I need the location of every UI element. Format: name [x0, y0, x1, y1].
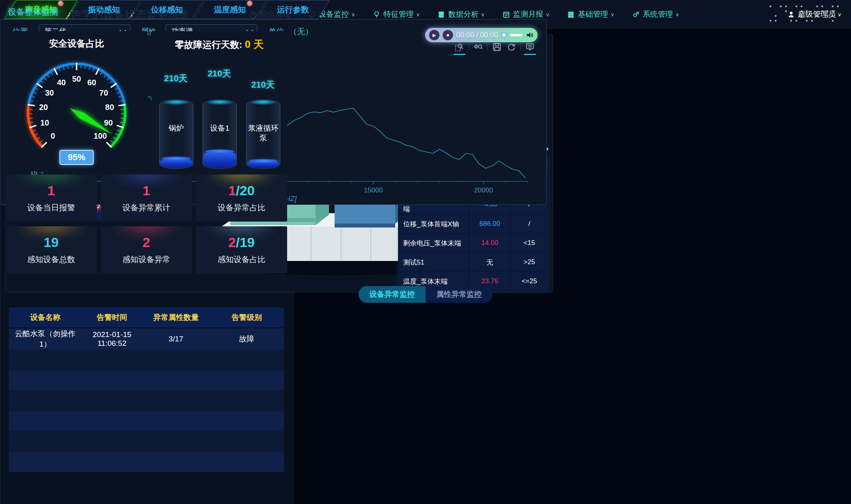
overview-title: 设备整体监测 — [8, 6, 58, 18]
stat-label: 设备异常累计 — [122, 202, 170, 213]
tanks-row: 210天锅炉210天设备1210天浆液循环泵 — [152, 65, 287, 169]
alarm-cell-empty — [210, 431, 284, 452]
alarm-cell: 3/17 — [142, 328, 210, 350]
gauge-value-badge: 95% — [59, 150, 94, 165]
alarm-cell-empty — [9, 411, 82, 431]
tank-liquid — [247, 161, 279, 168]
svg-text:10: 10 — [40, 118, 49, 127]
tank-2: 210天设备1 — [200, 65, 238, 169]
stat-glow — [110, 226, 183, 235]
table-row-empty — [9, 452, 284, 472]
tank-liquid — [160, 158, 192, 168]
tab-位移感知[interactable]: 位移感知 — [130, 0, 204, 19]
stat-card-5[interactable]: 2感知设备异常 — [101, 226, 192, 273]
database-icon — [437, 11, 445, 18]
list-icon — [567, 11, 575, 18]
alarm-cell: 云酷水泵（勿操作1） — [9, 328, 82, 350]
tank-days-label: 210天 — [244, 79, 282, 91]
seek-track[interactable] — [510, 34, 522, 36]
zero-fault-value: 0 天 — [245, 38, 264, 50]
alarm-cell-empty — [82, 371, 142, 391]
player-time: 00:00 / 00:00 — [456, 31, 498, 39]
audio-player: ▶ ■ 00:00 / 00:00 — [425, 28, 538, 42]
nav-item-6[interactable]: 基础管理∨ — [567, 0, 615, 29]
tab-运行参数[interactable]: 运行参数 — [256, 0, 330, 19]
overview-panel: 设备整体监测 安全设备占比 0102030405060708090100 95%… — [0, 205, 294, 504]
stat-value: 2 — [143, 235, 150, 250]
alarm-table-head: 设备名称告警时间异常属性数量告警级别 — [9, 308, 284, 328]
refresh-icon[interactable] — [506, 42, 516, 52]
alarm-cell-empty — [9, 371, 82, 391]
table-row-empty — [9, 391, 284, 411]
svg-text:100: 100 — [94, 131, 107, 140]
alert-badge — [58, 1, 63, 6]
telemetry-attr: 测试51 — [399, 253, 469, 272]
seek-thumb[interactable] — [501, 32, 507, 38]
alarm-cell-empty — [142, 452, 210, 472]
alarm-col-header: 异常属性数量 — [142, 308, 210, 328]
gauge-card: 安全设备占比 0102030405060708090100 95% — [6, 31, 148, 171]
stop-button[interactable]: ■ — [443, 30, 453, 40]
alert-badge — [247, 1, 252, 6]
alarm-cell: 故障 — [210, 328, 284, 350]
stat-glow — [205, 226, 278, 235]
stat-label: 设备异常占比 — [218, 202, 266, 213]
alarm-cell-empty — [82, 391, 142, 411]
nav-item-label: 监测月报 — [513, 9, 544, 20]
table-row[interactable]: 位移_泵体首端X轴686.00/ — [399, 214, 548, 233]
stat-card-4[interactable]: 19感知设备总数 — [6, 226, 97, 273]
chevron-down-icon: ∨ — [676, 12, 680, 18]
alarm-cell-empty — [142, 431, 210, 452]
data-view-icon[interactable] — [525, 42, 535, 52]
stat-card-3[interactable]: 1/20设备异常占比 — [196, 175, 287, 222]
tab-label: 振动感知 — [88, 4, 120, 15]
calendar-icon — [502, 11, 510, 18]
zero-fault-card: 零故障运行天数: 0 天 210天锅炉210天设备1210天浆液循环泵 — [152, 31, 287, 171]
stat-card-1[interactable]: 1设备当日报警 — [6, 175, 97, 222]
volume-icon[interactable] — [526, 31, 534, 39]
svg-text:0: 0 — [51, 131, 55, 140]
nav-item-7[interactable]: 系统管理∨ — [632, 0, 680, 29]
telemetry-value: 686.00 — [469, 214, 511, 233]
tank-name: 浆液循环泵 — [248, 123, 278, 143]
alarm-cell-empty — [210, 452, 284, 472]
stat-label: 感知设备异常 — [122, 254, 170, 265]
bulb-icon — [373, 11, 380, 18]
alarm-cell: 2021-01-15 11:06:52 — [82, 328, 142, 350]
table-row[interactable]: 云酷水泵（勿操作1）2021-01-15 11:06:523/17故障 — [9, 328, 284, 350]
telemetry-attr: 剩余电压_泵体末端 — [399, 233, 469, 253]
toolbar-separator — [487, 44, 488, 50]
gear-icon — [632, 11, 640, 18]
svg-text:70: 70 — [99, 88, 108, 97]
tab-温度感知[interactable]: 温度感知 — [193, 0, 267, 19]
table-row-empty — [9, 431, 284, 452]
stat-card-2[interactable]: 1设备异常累计 — [101, 175, 192, 222]
stat-label: 设备当日报警 — [27, 202, 75, 213]
zoom-select-icon[interactable] — [454, 42, 465, 52]
chevron-down-icon: ∨ — [546, 12, 550, 18]
table-row-empty — [9, 411, 284, 431]
save-image-icon[interactable] — [492, 42, 502, 52]
unit-value: （无） — [289, 26, 313, 37]
alarm-tab-1[interactable]: 设备异常监控 — [359, 286, 426, 303]
svg-text:15000: 15000 — [364, 186, 382, 194]
zoom-reset-icon[interactable] — [473, 42, 483, 52]
play-button[interactable]: ▶ — [429, 30, 439, 40]
chevron-down-icon: ∨ — [416, 12, 420, 18]
alarm-tab-2[interactable]: 属性异常监控 — [426, 286, 492, 303]
stat-value: 1 — [143, 183, 150, 198]
tank-name: 设备1 — [205, 123, 235, 133]
alarm-cell-empty — [9, 350, 82, 371]
tab-label: 温度感知 — [214, 4, 246, 15]
table-row[interactable]: 剩余电压_泵体末端14.00<15 — [399, 233, 548, 253]
tank-liquid — [204, 151, 236, 168]
table-row[interactable]: 测试51无>25 — [399, 253, 548, 272]
chart-toolbar — [454, 42, 535, 52]
zero-fault-title: 零故障运行天数: 0 天 — [152, 31, 287, 51]
stat-card-6[interactable]: 2/19感知设备占比 — [196, 226, 287, 273]
telemetry-attr: 位移_泵体首端X轴 — [399, 214, 469, 233]
stat-label: 感知设备占比 — [218, 254, 266, 265]
tab-振动感知[interactable]: 振动感知 — [67, 0, 141, 19]
nav-item-label: 系统管理 — [643, 9, 673, 20]
telemetry-value: 无 — [469, 253, 511, 272]
